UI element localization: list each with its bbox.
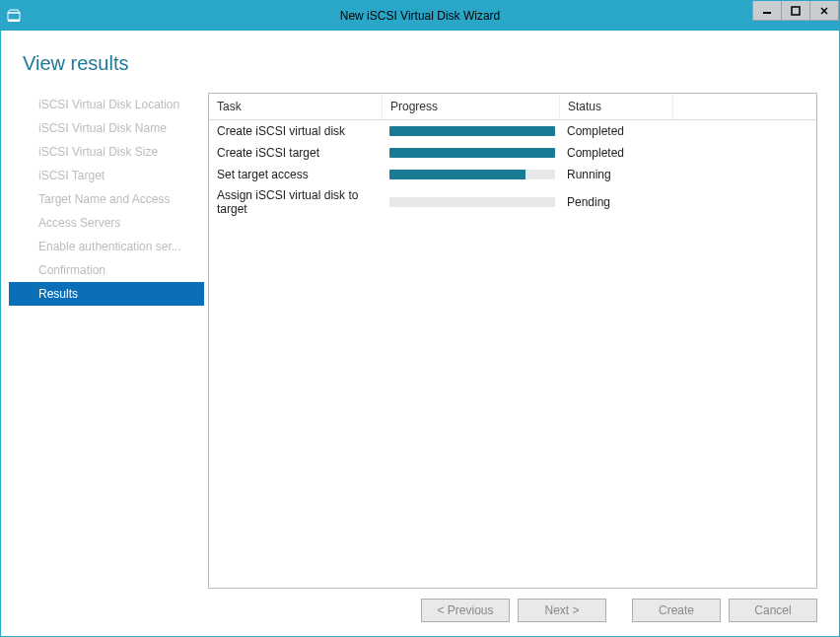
progress-cell — [382, 122, 559, 140]
step-auth: Enable authentication ser... — [9, 235, 204, 258]
step-confirmation: Confirmation — [9, 258, 204, 282]
progress-bar — [389, 170, 555, 179]
step-results: Results — [9, 282, 204, 306]
progress-fill — [389, 148, 555, 158]
maximize-button[interactable] — [781, 1, 810, 21]
step-name: iSCSI Virtual Disk Name — [9, 116, 204, 140]
table-row: Set target access Running — [209, 164, 816, 185]
svg-rect-3 — [792, 7, 800, 15]
close-icon — [819, 6, 829, 16]
minimize-button[interactable] — [752, 1, 782, 21]
close-button[interactable] — [809, 1, 839, 21]
progress-cell — [382, 193, 559, 211]
window-controls — [753, 1, 839, 21]
col-task[interactable]: Task — [209, 94, 382, 119]
status-cell: Completed — [559, 145, 672, 161]
progress-bar — [389, 197, 555, 207]
step-target: iSCSI Target — [9, 164, 204, 187]
minimize-icon — [762, 6, 772, 16]
table-row: Create iSCSI virtual disk Completed — [209, 120, 816, 142]
step-location: iSCSI Virtual Disk Location — [9, 93, 204, 116]
progress-bar — [389, 148, 555, 158]
table-row: Create iSCSI target Completed — [209, 142, 816, 164]
status-cell: Running — [559, 167, 672, 182]
progress-cell — [382, 166, 559, 183]
col-status[interactable]: Status — [559, 94, 672, 119]
wizard-steps: iSCSI Virtual Disk Location iSCSI Virtua… — [9, 93, 208, 589]
col-spacer — [672, 94, 816, 119]
create-button[interactable]: Create — [632, 599, 721, 622]
titlebar[interactable]: New iSCSI Virtual Disk Wizard — [1, 1, 839, 31]
results-panel: Task Progress Status Create iSCSI virtua… — [208, 93, 817, 589]
task-cell: Assign iSCSI virtual disk to target — [209, 187, 382, 217]
task-cell: Create iSCSI target — [209, 145, 382, 161]
step-target-name: Target Name and Access — [9, 187, 204, 211]
next-button[interactable]: Next > — [518, 599, 606, 622]
page-title: View results — [9, 31, 831, 93]
content-row: iSCSI Virtual Disk Location iSCSI Virtua… — [9, 93, 831, 589]
task-cell: Set target access — [209, 167, 382, 182]
maximize-icon — [791, 6, 801, 16]
svg-rect-1 — [8, 20, 20, 22]
progress-cell — [382, 144, 559, 162]
app-icon — [7, 9, 23, 23]
svg-rect-0 — [8, 13, 20, 20]
wizard-footer: < Previous Next > Create Cancel — [9, 589, 831, 628]
table-row: Assign iSCSI virtual disk to target Pend… — [209, 185, 816, 219]
step-access-servers: Access Servers — [9, 211, 204, 235]
wizard-window: New iSCSI Virtual Disk Wizard View resul… — [0, 0, 840, 637]
progress-fill — [389, 170, 525, 179]
col-progress[interactable]: Progress — [382, 94, 559, 119]
status-cell: Completed — [559, 123, 672, 139]
close-button-footer[interactable]: Cancel — [729, 599, 817, 622]
results-header: Task Progress Status — [209, 94, 816, 120]
window-title: New iSCSI Virtual Disk Wizard — [1, 9, 839, 23]
status-cell: Pending — [559, 194, 672, 210]
task-cell: Create iSCSI virtual disk — [209, 123, 382, 139]
progress-fill — [389, 126, 555, 136]
progress-bar — [389, 126, 555, 136]
wizard-body: View results iSCSI Virtual Disk Location… — [9, 31, 831, 628]
previous-button[interactable]: < Previous — [421, 599, 510, 622]
svg-rect-2 — [763, 12, 771, 14]
client-area: View results iSCSI Virtual Disk Location… — [1, 31, 839, 636]
step-size: iSCSI Virtual Disk Size — [9, 140, 204, 164]
